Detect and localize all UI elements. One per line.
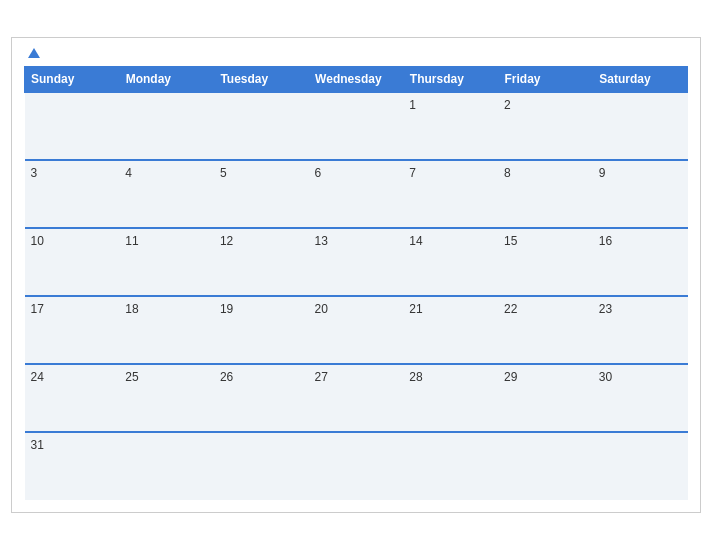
calendar-cell: 19 <box>214 296 309 364</box>
calendar-cell: 26 <box>214 364 309 432</box>
week-row-3: 17181920212223 <box>25 296 688 364</box>
calendar-cell: 30 <box>593 364 688 432</box>
calendar-cell: 10 <box>25 228 120 296</box>
day-number: 16 <box>599 234 612 248</box>
day-number: 5 <box>220 166 227 180</box>
day-number: 20 <box>315 302 328 316</box>
day-number: 27 <box>315 370 328 384</box>
day-number: 22 <box>504 302 517 316</box>
week-row-4: 24252627282930 <box>25 364 688 432</box>
calendar-cell: 7 <box>403 160 498 228</box>
calendar-cell: 2 <box>498 92 593 160</box>
calendar-cell: 5 <box>214 160 309 228</box>
calendar-thead: SundayMondayTuesdayWednesdayThursdayFrid… <box>25 67 688 93</box>
day-number: 12 <box>220 234 233 248</box>
day-number: 15 <box>504 234 517 248</box>
week-row-2: 10111213141516 <box>25 228 688 296</box>
calendar-cell: 24 <box>25 364 120 432</box>
calendar-cell: 12 <box>214 228 309 296</box>
calendar-cell: 29 <box>498 364 593 432</box>
day-number: 24 <box>31 370 44 384</box>
day-header-thursday: Thursday <box>403 67 498 93</box>
calendar-cell <box>309 432 404 500</box>
day-header-tuesday: Tuesday <box>214 67 309 93</box>
calendar-header <box>24 48 688 58</box>
day-number: 6 <box>315 166 322 180</box>
calendar-container: SundayMondayTuesdayWednesdayThursdayFrid… <box>11 37 701 513</box>
day-number: 2 <box>504 98 511 112</box>
day-number: 3 <box>31 166 38 180</box>
day-number: 14 <box>409 234 422 248</box>
calendar-cell: 13 <box>309 228 404 296</box>
calendar-cell: 23 <box>593 296 688 364</box>
calendar-cell <box>403 432 498 500</box>
day-number: 23 <box>599 302 612 316</box>
calendar-cell: 20 <box>309 296 404 364</box>
calendar-cell: 28 <box>403 364 498 432</box>
day-number: 11 <box>125 234 138 248</box>
calendar-cell <box>498 432 593 500</box>
day-header-sunday: Sunday <box>25 67 120 93</box>
calendar-cell: 14 <box>403 228 498 296</box>
day-number: 8 <box>504 166 511 180</box>
day-number: 1 <box>409 98 416 112</box>
day-number: 28 <box>409 370 422 384</box>
day-header-wednesday: Wednesday <box>309 67 404 93</box>
calendar-cell: 1 <box>403 92 498 160</box>
day-number: 4 <box>125 166 132 180</box>
calendar-cell: 6 <box>309 160 404 228</box>
calendar-cell <box>25 92 120 160</box>
calendar-cell <box>214 92 309 160</box>
logo <box>24 48 40 58</box>
day-header-friday: Friday <box>498 67 593 93</box>
calendar-table: SundayMondayTuesdayWednesdayThursdayFrid… <box>24 66 688 500</box>
calendar-cell <box>309 92 404 160</box>
calendar-cell: 22 <box>498 296 593 364</box>
calendar-cell: 16 <box>593 228 688 296</box>
calendar-cell <box>214 432 309 500</box>
week-row-0: 12 <box>25 92 688 160</box>
calendar-cell <box>119 432 214 500</box>
calendar-cell <box>593 92 688 160</box>
logo-triangle-icon <box>28 48 40 58</box>
day-number: 13 <box>315 234 328 248</box>
day-header-saturday: Saturday <box>593 67 688 93</box>
calendar-cell: 11 <box>119 228 214 296</box>
calendar-cell <box>119 92 214 160</box>
day-number: 30 <box>599 370 612 384</box>
day-number: 17 <box>31 302 44 316</box>
day-number: 21 <box>409 302 422 316</box>
logo-general-text <box>24 48 40 58</box>
calendar-cell: 8 <box>498 160 593 228</box>
day-number: 29 <box>504 370 517 384</box>
day-number: 26 <box>220 370 233 384</box>
calendar-cell: 18 <box>119 296 214 364</box>
calendar-body: 1234567891011121314151617181920212223242… <box>25 92 688 500</box>
calendar-cell: 27 <box>309 364 404 432</box>
calendar-cell: 21 <box>403 296 498 364</box>
calendar-cell: 3 <box>25 160 120 228</box>
calendar-cell: 9 <box>593 160 688 228</box>
days-header-row: SundayMondayTuesdayWednesdayThursdayFrid… <box>25 67 688 93</box>
day-number: 19 <box>220 302 233 316</box>
week-row-1: 3456789 <box>25 160 688 228</box>
day-number: 7 <box>409 166 416 180</box>
calendar-cell: 31 <box>25 432 120 500</box>
calendar-cell: 17 <box>25 296 120 364</box>
day-number: 31 <box>31 438 44 452</box>
day-header-monday: Monday <box>119 67 214 93</box>
calendar-cell: 15 <box>498 228 593 296</box>
week-row-5: 31 <box>25 432 688 500</box>
day-number: 9 <box>599 166 606 180</box>
day-number: 18 <box>125 302 138 316</box>
day-number: 25 <box>125 370 138 384</box>
calendar-cell: 25 <box>119 364 214 432</box>
day-number: 10 <box>31 234 44 248</box>
calendar-cell: 4 <box>119 160 214 228</box>
calendar-cell <box>593 432 688 500</box>
